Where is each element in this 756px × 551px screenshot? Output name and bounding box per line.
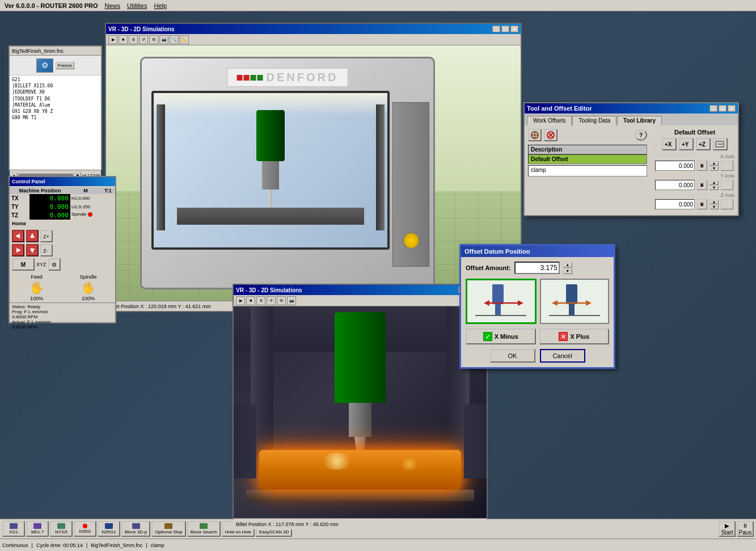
toolbar-btn-8[interactable]: 📐 [180,35,189,44]
y-calc-btn[interactable]: 🖩 [697,180,707,190]
offset-x-plus-icon[interactable]: +X [662,138,677,150]
y-plus-btn[interactable] [26,230,39,242]
offset-extra-icon[interactable] [713,138,728,150]
toolbar-btn-5[interactable]: ⚙ [149,35,158,44]
pause-button[interactable]: ⏸ Paus [737,521,754,537]
cancel-button[interactable]: Cancel [540,349,585,363]
toolbar-n35g1[interactable]: N35G1 [98,521,120,537]
x-axis-input[interactable] [655,161,695,171]
emergency-stop[interactable] [403,232,420,249]
offset-y-plus-icon[interactable]: +Y [679,138,694,150]
toolbar-btn-2[interactable]: ■ [119,35,128,44]
menu-news[interactable]: News [104,2,120,9]
tab-tool-library[interactable]: Tool Library [617,116,662,125]
x-plus-btn[interactable] [12,244,24,256]
feed-icon[interactable]: 🖐 [29,281,44,295]
sim2-tb-6[interactable]: 📷 [287,296,296,305]
actual-s: S:8000 RPM [12,325,113,330]
xg1-label: XG1 [9,529,18,535]
toolbar-block3d[interactable]: Block 3D-p [121,521,150,537]
toolbar-n35g[interactable]: N35G [74,521,96,537]
toolbar-optional-stop[interactable]: Optional Stop [151,521,185,537]
offset-spin-down[interactable]: ▼ [563,268,572,274]
sim2-tb-4[interactable]: ↺ [267,296,276,305]
freeze-button[interactable]: Freeze [56,62,74,69]
crosshair-btn[interactable] [528,129,542,141]
tx-label: TX [10,194,29,203]
sim2-tb-5[interactable]: ⚙ [277,296,286,305]
n35g-red-dot [83,524,87,528]
sim2-tb-2[interactable]: ■ [246,296,255,305]
h1-value: H1:0.000 [70,194,115,203]
toolbar-btn-7[interactable]: 🔍 [170,35,179,44]
offset-amount-input[interactable] [514,262,560,274]
x-minus-button[interactable]: ✓ X Minus [466,329,536,344]
z-axis-input[interactable] [655,199,695,209]
x-calc-btn[interactable]: 🖩 [697,161,707,171]
default-offset-row[interactable]: Default Offset [528,154,647,164]
y-axis-input[interactable] [655,180,695,190]
dialog-minimize[interactable]: _ [709,105,717,112]
x-arrow-down[interactable]: ▼ [709,166,719,171]
y-arrow-down[interactable]: ▼ [709,186,719,190]
toolbar-xg1[interactable]: XG1 [2,521,25,537]
z-extra-btn[interactable] [721,199,733,209]
toolbar-btn-4[interactable]: ↺ [139,35,148,44]
y-arrow-up[interactable]: ▲ [709,180,719,185]
spindle-icon-btn[interactable]: ⚙ [48,258,61,271]
sim2-tb-3[interactable]: ⏸ [256,296,265,305]
sim2-title: VR - 3D - 2D Simulations [236,287,302,293]
x-axis-row: 🖩 ▲ ▼ [655,161,734,171]
tab-work-offsets[interactable]: Work Offsets [527,116,572,125]
x-extra-btn[interactable] [721,161,733,171]
help-button[interactable]: ? [635,129,647,141]
feed-dial-container: 🖐 [29,281,44,295]
x-arrow-up[interactable]: ▲ [709,161,719,166]
z-plus-btn[interactable]: Z+ [40,230,53,242]
x-minus-btn[interactable] [12,230,24,242]
z-axis-row: 🖩 ▲ ▼ [655,199,734,209]
toolbar-btn-3[interactable]: ⏸ [129,35,138,44]
y-minus-btn[interactable] [26,244,39,256]
menu-utilities[interactable]: Utilities [127,2,147,9]
toolbar-block-search[interactable]: Block Search [187,521,221,537]
offset-spin-up[interactable]: ▲ [563,262,572,268]
ok-button[interactable]: OK [490,349,535,363]
thumbnail-preview: ⚙ [36,58,53,73]
z-calc-btn[interactable]: 🖩 [697,199,707,209]
dialog-maximize[interactable]: □ [719,105,727,112]
sim2-tb-1[interactable]: ▶ [236,296,245,305]
thumbnail-icon: ⚙ [41,61,49,70]
toolbar-btn-1[interactable]: ▶ [108,35,117,44]
delete-btn[interactable] [544,129,558,141]
x-plus-button[interactable]: ✕ X Plus [539,329,610,344]
menu-help[interactable]: Help [154,2,167,9]
start-label: Start [721,529,733,536]
ty-value: 0.000 [29,203,70,211]
m-button[interactable]: M [12,258,35,271]
start-button[interactable]: ▶ Start [719,521,736,537]
toolbar-m01[interactable]: M01.? [26,521,49,537]
tab-tooling-data[interactable]: Tooling Data [572,116,616,125]
dialog-close[interactable]: × [728,105,736,112]
denford-logo-plate: DENFORD [227,68,348,87]
machine-viewport [151,91,390,250]
spindle-icon[interactable]: 🖐 [81,281,95,295]
z-arrow-down[interactable]: ▼ [709,205,719,209]
main-window-titlebar: VR - 3D - 2D Simulations _ □ × [106,24,521,34]
continuous-label: S:8000 RPM [12,314,113,319]
logo-sq-1 [237,75,243,81]
offset-z-plus-icon[interactable]: +Z [696,138,711,150]
nyg5-icon [57,523,65,529]
y-extra-btn[interactable] [721,180,733,190]
dialog-two-column-layout: ? Description Default Offset clamp Defau… [528,129,734,212]
minimize-button[interactable]: _ [492,26,500,32]
maximize-button[interactable]: □ [501,26,509,32]
opt-stop-icon [164,523,172,529]
z-minus-btn[interactable]: Z- [40,244,53,256]
z-arrow-up[interactable]: ▲ [709,200,719,204]
close-button[interactable]: × [510,26,518,32]
offset-direction-icons: +X +Y +Z [655,138,734,150]
toolbar-btn-6[interactable]: 📷 [159,35,168,44]
toolbar-nyg5[interactable]: NYG5 [50,521,73,537]
